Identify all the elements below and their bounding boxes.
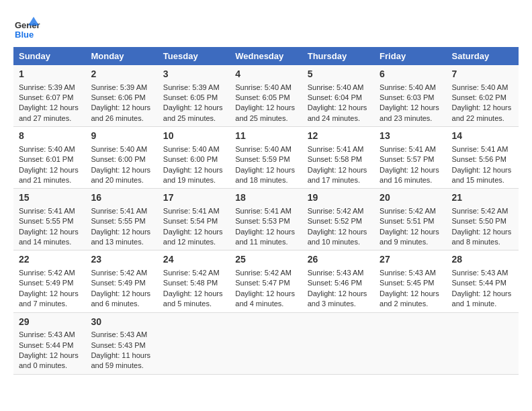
calendar-cell: 8Sunrise: 5:40 AMSunset: 6:01 PMDaylight… <box>13 127 85 189</box>
calendar-cell <box>158 312 230 374</box>
day-number: 13 <box>380 130 441 143</box>
day-number: 14 <box>452 130 513 143</box>
sunrise-label: Sunrise: 5:41 AM <box>91 207 147 215</box>
daylight-label: Daylight: 12 hours and 7 minutes. <box>19 289 79 308</box>
sunset-label: Sunset: 6:06 PM <box>91 93 145 101</box>
day-number: 26 <box>308 253 369 267</box>
calendar-cell: 11Sunrise: 5:40 AMSunset: 5:59 PMDayligh… <box>230 127 302 189</box>
header-tuesday: Tuesday <box>158 47 230 65</box>
daylight-label: Daylight: 12 hours and 18 minutes. <box>235 166 295 184</box>
sunrise-label: Sunrise: 5:43 AM <box>308 269 364 277</box>
sunrise-label: Sunrise: 5:40 AM <box>380 83 436 91</box>
day-number: 21 <box>452 191 513 205</box>
daylight-label: Daylight: 12 hours and 20 minutes. <box>91 166 150 184</box>
calendar-cell: 4Sunrise: 5:40 AMSunset: 6:05 PMDaylight… <box>230 65 302 127</box>
sunrise-label: Sunrise: 5:42 AM <box>452 207 508 215</box>
daylight-label: Daylight: 12 hours and 0 minutes. <box>19 351 79 369</box>
day-number: 8 <box>19 130 80 143</box>
daylight-label: Daylight: 12 hours and 16 minutes. <box>380 166 439 184</box>
sunrise-label: Sunrise: 5:39 AM <box>19 83 75 91</box>
calendar-cell: 5Sunrise: 5:40 AMSunset: 6:04 PMDaylight… <box>302 65 374 127</box>
day-number: 4 <box>235 68 296 81</box>
calendar-cell: 16Sunrise: 5:41 AMSunset: 5:55 PMDayligh… <box>85 189 157 250</box>
sunrise-label: Sunrise: 5:43 AM <box>19 330 75 338</box>
calendar-cell: 17Sunrise: 5:41 AMSunset: 5:54 PMDayligh… <box>158 189 230 250</box>
day-number: 28 <box>452 253 513 267</box>
daylight-label: Daylight: 11 hours and 59 minutes. <box>91 351 150 369</box>
sunset-label: Sunset: 6:00 PM <box>91 155 145 163</box>
daylight-label: Daylight: 12 hours and 11 minutes. <box>235 228 295 246</box>
calendar-cell: 15Sunrise: 5:41 AMSunset: 5:55 PMDayligh… <box>13 189 85 250</box>
calendar-cell: 7Sunrise: 5:40 AMSunset: 6:02 PMDaylight… <box>447 65 519 127</box>
day-number: 5 <box>308 68 369 81</box>
sunrise-label: Sunrise: 5:43 AM <box>91 330 147 338</box>
calendar-cell: 13Sunrise: 5:41 AMSunset: 5:57 PMDayligh… <box>374 127 446 189</box>
calendar-cell: 26Sunrise: 5:43 AMSunset: 5:46 PMDayligh… <box>302 250 374 312</box>
sunset-label: Sunset: 5:44 PM <box>19 341 73 349</box>
day-number: 11 <box>235 130 296 143</box>
day-number: 19 <box>308 191 369 205</box>
sunrise-label: Sunrise: 5:40 AM <box>91 145 147 153</box>
calendar-header-row: Sunday Monday Tuesday Wednesday Thursday… <box>13 47 519 65</box>
sunset-label: Sunset: 5:51 PM <box>380 217 434 225</box>
daylight-label: Daylight: 12 hours and 22 minutes. <box>452 103 512 122</box>
daylight-label: Daylight: 12 hours and 23 minutes. <box>380 103 439 122</box>
header-sunday: Sunday <box>13 47 85 65</box>
calendar-cell: 20Sunrise: 5:42 AMSunset: 5:51 PMDayligh… <box>374 189 446 250</box>
day-number: 9 <box>91 130 152 143</box>
sunset-label: Sunset: 5:46 PM <box>308 279 362 287</box>
daylight-label: Daylight: 12 hours and 26 minutes. <box>91 103 150 122</box>
sunrise-label: Sunrise: 5:42 AM <box>380 207 436 215</box>
calendar-cell <box>447 312 519 374</box>
sunset-label: Sunset: 5:55 PM <box>19 217 73 225</box>
sunset-label: Sunset: 5:58 PM <box>308 155 362 163</box>
calendar-cell <box>230 312 302 374</box>
calendar-cell: 23Sunrise: 5:42 AMSunset: 5:49 PMDayligh… <box>85 250 157 312</box>
sunset-label: Sunset: 5:43 PM <box>91 341 145 349</box>
calendar-cell: 9Sunrise: 5:40 AMSunset: 6:00 PMDaylight… <box>85 127 157 189</box>
day-number: 22 <box>19 253 80 267</box>
sunset-label: Sunset: 6:02 PM <box>452 93 506 101</box>
sunset-label: Sunset: 5:44 PM <box>452 279 506 287</box>
daylight-label: Daylight: 12 hours and 25 minutes. <box>235 103 295 122</box>
daylight-label: Daylight: 12 hours and 25 minutes. <box>163 103 223 122</box>
sunset-label: Sunset: 6:07 PM <box>19 93 73 101</box>
sunrise-label: Sunrise: 5:43 AM <box>452 269 508 277</box>
day-number: 3 <box>163 68 224 81</box>
sunrise-label: Sunrise: 5:42 AM <box>235 269 292 277</box>
sunrise-label: Sunrise: 5:40 AM <box>452 83 508 91</box>
daylight-label: Daylight: 12 hours and 13 minutes. <box>91 228 150 246</box>
calendar-cell: 27Sunrise: 5:43 AMSunset: 5:45 PMDayligh… <box>374 250 446 312</box>
calendar-cell: 29Sunrise: 5:43 AMSunset: 5:44 PMDayligh… <box>13 312 85 374</box>
calendar-cell: 21Sunrise: 5:42 AMSunset: 5:50 PMDayligh… <box>447 189 519 250</box>
day-number: 20 <box>380 191 441 205</box>
day-number: 23 <box>91 253 152 267</box>
day-number: 25 <box>235 253 296 267</box>
sunset-label: Sunset: 5:48 PM <box>163 279 218 287</box>
calendar-week-row: 22Sunrise: 5:42 AMSunset: 5:49 PMDayligh… <box>13 250 519 312</box>
sunset-label: Sunset: 5:50 PM <box>452 217 506 225</box>
calendar-cell: 2Sunrise: 5:39 AMSunset: 6:06 PMDaylight… <box>85 65 157 127</box>
sunrise-label: Sunrise: 5:41 AM <box>380 145 436 153</box>
calendar-cell <box>374 312 446 374</box>
sunrise-label: Sunrise: 5:40 AM <box>235 83 292 91</box>
sunrise-label: Sunrise: 5:40 AM <box>163 145 220 153</box>
header-wednesday: Wednesday <box>230 47 302 65</box>
sunset-label: Sunset: 6:00 PM <box>163 155 218 163</box>
day-number: 24 <box>163 253 224 267</box>
sunrise-label: Sunrise: 5:41 AM <box>19 207 75 215</box>
daylight-label: Daylight: 12 hours and 21 minutes. <box>19 166 79 184</box>
daylight-label: Daylight: 12 hours and 5 minutes. <box>163 289 223 308</box>
sunset-label: Sunset: 6:04 PM <box>308 93 362 101</box>
calendar-cell: 22Sunrise: 5:42 AMSunset: 5:49 PMDayligh… <box>13 250 85 312</box>
calendar-cell: 3Sunrise: 5:39 AMSunset: 6:05 PMDaylight… <box>158 65 230 127</box>
sunrise-label: Sunrise: 5:42 AM <box>19 269 75 277</box>
daylight-label: Daylight: 12 hours and 24 minutes. <box>308 103 367 122</box>
page-header: General Blue <box>13 13 519 40</box>
sunrise-label: Sunrise: 5:39 AM <box>91 83 147 91</box>
sunrise-label: Sunrise: 5:42 AM <box>91 269 147 277</box>
sunrise-label: Sunrise: 5:41 AM <box>163 207 220 215</box>
calendar-cell: 14Sunrise: 5:41 AMSunset: 5:56 PMDayligh… <box>447 127 519 189</box>
calendar-cell: 19Sunrise: 5:42 AMSunset: 5:52 PMDayligh… <box>302 189 374 250</box>
day-number: 29 <box>19 316 80 329</box>
